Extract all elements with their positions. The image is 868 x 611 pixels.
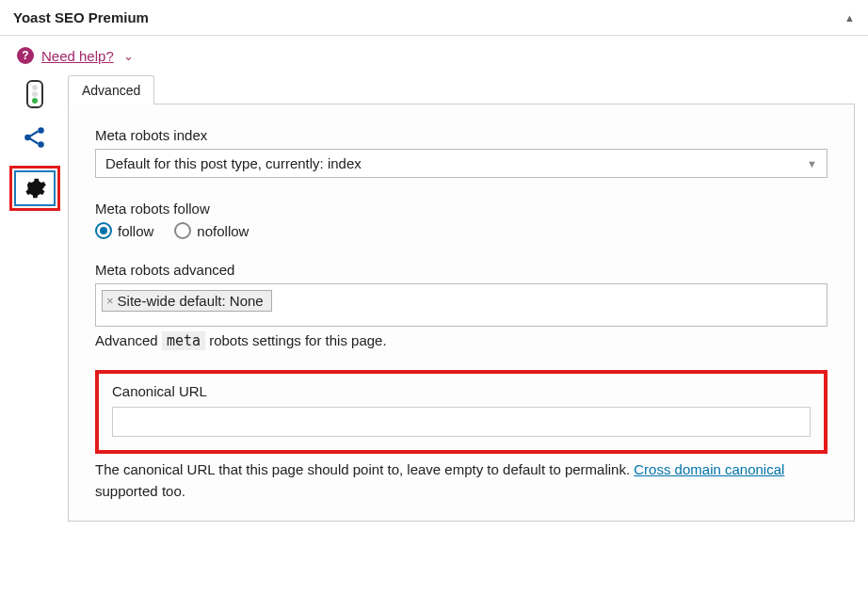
meta-robots-advanced-label: Meta robots advanced	[95, 262, 828, 278]
need-help-link[interactable]: Need help?	[41, 48, 114, 64]
radio-nofollow[interactable]: nofollow	[174, 222, 249, 239]
help-icon[interactable]: ?	[17, 47, 34, 64]
svg-point-2	[38, 141, 44, 148]
radio-follow[interactable]: follow	[95, 222, 153, 239]
advanced-tab-icon[interactable]	[9, 166, 60, 211]
radio-icon	[174, 222, 191, 239]
svg-line-3	[30, 132, 39, 137]
chevron-down-icon[interactable]: ⌄	[123, 49, 134, 63]
meta-robots-index-select[interactable]: Default for this post type, currently: i…	[95, 149, 828, 178]
advanced-panel: Meta robots index Default for this post …	[68, 104, 855, 522]
panel-header: Yoast SEO Premium ▲	[0, 0, 868, 36]
sidebar	[13, 75, 56, 522]
help-bar: ? Need help? ⌄	[0, 36, 868, 75]
content-analysis-tab-icon[interactable]	[16, 79, 54, 109]
dropdown-arrow-icon: ▼	[807, 158, 817, 169]
radio-icon-checked	[95, 222, 112, 239]
gear-icon	[23, 176, 47, 201]
meta-robots-advanced-input[interactable]: × Site-wide default: None	[95, 283, 828, 327]
traffic-light-icon	[26, 80, 43, 108]
remove-tag-icon[interactable]: ×	[106, 294, 114, 308]
share-icon	[23, 125, 47, 150]
cross-domain-link[interactable]: Cross domain canonical	[634, 461, 784, 477]
canonical-url-label: Canonical URL	[112, 383, 811, 399]
svg-point-1	[38, 127, 44, 134]
meta-robots-follow-label: Meta robots follow	[95, 201, 828, 217]
panel-title: Yoast SEO Premium	[13, 9, 149, 25]
select-value: Default for this post type, currently: i…	[105, 155, 362, 171]
svg-line-4	[30, 138, 39, 143]
canonical-url-input[interactable]	[112, 407, 811, 437]
canonical-highlight: Canonical URL	[95, 370, 828, 454]
social-tab-icon[interactable]	[16, 122, 54, 153]
collapse-toggle[interactable]: ▲	[844, 12, 855, 24]
canonical-description: The canonical URL that this page should …	[95, 459, 828, 502]
advanced-tag[interactable]: × Site-wide default: None	[102, 290, 272, 312]
tab-advanced[interactable]: Advanced	[68, 75, 154, 105]
meta-advanced-hint: Advanced meta robots settings for this p…	[95, 332, 828, 349]
meta-code: meta	[162, 331, 205, 350]
meta-robots-index-label: Meta robots index	[95, 127, 828, 143]
